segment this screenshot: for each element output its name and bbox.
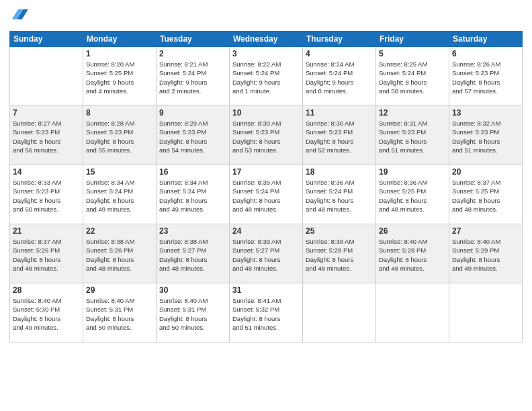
day-header-sunday: Sunday xyxy=(10,32,83,47)
day-header-friday: Friday xyxy=(376,32,449,47)
day-info: Sunrise: 8:29 AM Sunset: 5:23 PM Dayligh… xyxy=(159,119,226,154)
calendar-cell: 31Sunrise: 8:41 AM Sunset: 5:32 PM Dayli… xyxy=(230,283,303,342)
calendar-cell: 1Sunrise: 8:20 AM Sunset: 5:25 PM Daylig… xyxy=(83,47,157,106)
calendar-cell: 27Sunrise: 8:40 AM Sunset: 5:29 PM Dayli… xyxy=(449,224,523,283)
day-info: Sunrise: 8:25 AM Sunset: 5:24 PM Dayligh… xyxy=(379,60,446,95)
day-number: 27 xyxy=(452,226,519,236)
calendar-cell xyxy=(10,47,83,106)
day-info: Sunrise: 8:27 AM Sunset: 5:23 PM Dayligh… xyxy=(13,119,80,154)
day-info: Sunrise: 8:20 AM Sunset: 5:25 PM Dayligh… xyxy=(86,60,153,95)
day-number: 25 xyxy=(306,226,373,236)
day-info: Sunrise: 8:26 AM Sunset: 5:23 PM Dayligh… xyxy=(452,60,519,95)
day-number: 10 xyxy=(232,108,300,118)
day-number: 31 xyxy=(232,285,300,295)
calendar-cell: 17Sunrise: 8:35 AM Sunset: 5:24 PM Dayli… xyxy=(230,165,303,224)
day-header-monday: Monday xyxy=(83,32,157,47)
week-row-1: 7Sunrise: 8:27 AM Sunset: 5:23 PM Daylig… xyxy=(10,106,523,165)
calendar-cell xyxy=(376,283,449,342)
calendar-cell: 21Sunrise: 8:37 AM Sunset: 5:26 PM Dayli… xyxy=(10,224,83,283)
day-number: 2 xyxy=(159,49,226,58)
calendar-cell: 4Sunrise: 8:24 AM Sunset: 5:24 PM Daylig… xyxy=(303,47,376,106)
day-number: 13 xyxy=(452,108,519,118)
calendar-cell: 8Sunrise: 8:28 AM Sunset: 5:23 PM Daylig… xyxy=(83,106,157,165)
week-row-4: 28Sunrise: 8:40 AM Sunset: 5:30 PM Dayli… xyxy=(10,283,523,342)
day-info: Sunrise: 8:40 AM Sunset: 5:31 PM Dayligh… xyxy=(86,296,153,332)
day-number: 7 xyxy=(13,108,80,118)
calendar-cell: 10Sunrise: 8:30 AM Sunset: 5:23 PM Dayli… xyxy=(230,106,303,165)
day-info: Sunrise: 8:31 AM Sunset: 5:23 PM Dayligh… xyxy=(379,119,446,154)
calendar-cell: 24Sunrise: 8:39 AM Sunset: 5:27 PM Dayli… xyxy=(230,224,303,283)
day-info: Sunrise: 8:34 AM Sunset: 5:24 PM Dayligh… xyxy=(86,178,153,214)
calendar-cell xyxy=(449,283,523,342)
calendar-cell xyxy=(303,283,376,342)
day-number: 17 xyxy=(232,167,300,177)
logo-icon xyxy=(9,7,28,26)
day-number: 6 xyxy=(452,49,519,58)
day-info: Sunrise: 8:35 AM Sunset: 5:24 PM Dayligh… xyxy=(232,178,300,214)
calendar-cell: 15Sunrise: 8:34 AM Sunset: 5:24 PM Dayli… xyxy=(83,165,157,224)
day-info: Sunrise: 8:34 AM Sunset: 5:24 PM Dayligh… xyxy=(159,178,226,214)
day-number: 22 xyxy=(86,226,153,236)
day-info: Sunrise: 8:40 AM Sunset: 5:28 PM Dayligh… xyxy=(379,237,446,273)
day-info: Sunrise: 8:21 AM Sunset: 5:24 PM Dayligh… xyxy=(159,60,226,95)
day-header-wednesday: Wednesday xyxy=(230,32,303,47)
day-info: Sunrise: 8:37 AM Sunset: 5:26 PM Dayligh… xyxy=(13,237,80,273)
day-number: 3 xyxy=(232,49,300,58)
day-number: 24 xyxy=(232,226,300,236)
day-number: 11 xyxy=(306,108,373,118)
day-number: 30 xyxy=(159,285,226,295)
calendar-cell: 26Sunrise: 8:40 AM Sunset: 5:28 PM Dayli… xyxy=(376,224,449,283)
day-number: 5 xyxy=(379,49,446,58)
day-number: 12 xyxy=(379,108,446,118)
calendar-cell: 20Sunrise: 8:37 AM Sunset: 5:25 PM Dayli… xyxy=(449,165,523,224)
day-info: Sunrise: 8:38 AM Sunset: 5:27 PM Dayligh… xyxy=(159,237,226,273)
day-number: 29 xyxy=(86,285,153,295)
day-info: Sunrise: 8:40 AM Sunset: 5:30 PM Dayligh… xyxy=(13,296,80,332)
page: SundayMondayTuesdayWednesdayThursdayFrid… xyxy=(0,0,532,411)
header xyxy=(9,7,523,26)
day-number: 15 xyxy=(86,167,153,177)
day-number: 23 xyxy=(159,226,226,236)
day-info: Sunrise: 8:22 AM Sunset: 5:24 PM Dayligh… xyxy=(232,60,300,95)
day-number: 28 xyxy=(13,285,80,295)
day-info: Sunrise: 8:28 AM Sunset: 5:23 PM Dayligh… xyxy=(86,119,153,154)
calendar-cell: 14Sunrise: 8:33 AM Sunset: 5:23 PM Dayli… xyxy=(10,165,83,224)
day-info: Sunrise: 8:24 AM Sunset: 5:24 PM Dayligh… xyxy=(306,60,373,95)
day-number: 19 xyxy=(379,167,446,177)
day-info: Sunrise: 8:39 AM Sunset: 5:27 PM Dayligh… xyxy=(232,237,300,273)
day-number: 16 xyxy=(159,167,226,177)
day-info: Sunrise: 8:30 AM Sunset: 5:23 PM Dayligh… xyxy=(232,119,300,154)
calendar-cell: 30Sunrise: 8:40 AM Sunset: 5:31 PM Dayli… xyxy=(157,283,230,342)
day-number: 4 xyxy=(306,49,373,58)
calendar-cell: 5Sunrise: 8:25 AM Sunset: 5:24 PM Daylig… xyxy=(376,47,449,106)
day-number: 20 xyxy=(452,167,519,177)
day-header-saturday: Saturday xyxy=(449,32,523,47)
day-info: Sunrise: 8:33 AM Sunset: 5:23 PM Dayligh… xyxy=(13,178,80,214)
week-row-2: 14Sunrise: 8:33 AM Sunset: 5:23 PM Dayli… xyxy=(10,165,523,224)
day-number: 9 xyxy=(159,108,226,118)
day-number: 26 xyxy=(379,226,446,236)
calendar-cell: 7Sunrise: 8:27 AM Sunset: 5:23 PM Daylig… xyxy=(10,106,83,165)
day-info: Sunrise: 8:36 AM Sunset: 5:25 PM Dayligh… xyxy=(379,178,446,214)
calendar-cell: 6Sunrise: 8:26 AM Sunset: 5:23 PM Daylig… xyxy=(449,47,523,106)
day-number: 8 xyxy=(86,108,153,118)
calendar-cell: 11Sunrise: 8:30 AM Sunset: 5:23 PM Dayli… xyxy=(303,106,376,165)
calendar-cell: 22Sunrise: 8:38 AM Sunset: 5:26 PM Dayli… xyxy=(83,224,157,283)
calendar-cell: 25Sunrise: 8:39 AM Sunset: 5:28 PM Dayli… xyxy=(303,224,376,283)
calendar-cell: 19Sunrise: 8:36 AM Sunset: 5:25 PM Dayli… xyxy=(376,165,449,224)
day-info: Sunrise: 8:32 AM Sunset: 5:23 PM Dayligh… xyxy=(452,119,519,154)
days-header-row: SundayMondayTuesdayWednesdayThursdayFrid… xyxy=(10,32,523,47)
calendar-cell: 18Sunrise: 8:36 AM Sunset: 5:24 PM Dayli… xyxy=(303,165,376,224)
week-row-0: 1Sunrise: 8:20 AM Sunset: 5:25 PM Daylig… xyxy=(10,47,523,106)
calendar-cell: 29Sunrise: 8:40 AM Sunset: 5:31 PM Dayli… xyxy=(83,283,157,342)
calendar-cell: 28Sunrise: 8:40 AM Sunset: 5:30 PM Dayli… xyxy=(10,283,83,342)
day-info: Sunrise: 8:36 AM Sunset: 5:24 PM Dayligh… xyxy=(306,178,373,214)
day-info: Sunrise: 8:41 AM Sunset: 5:32 PM Dayligh… xyxy=(232,296,300,332)
calendar-cell: 23Sunrise: 8:38 AM Sunset: 5:27 PM Dayli… xyxy=(157,224,230,283)
calendar-cell: 12Sunrise: 8:31 AM Sunset: 5:23 PM Dayli… xyxy=(376,106,449,165)
week-row-3: 21Sunrise: 8:37 AM Sunset: 5:26 PM Dayli… xyxy=(10,224,523,283)
day-info: Sunrise: 8:38 AM Sunset: 5:26 PM Dayligh… xyxy=(86,237,153,273)
day-info: Sunrise: 8:30 AM Sunset: 5:23 PM Dayligh… xyxy=(306,119,373,154)
day-number: 21 xyxy=(13,226,80,236)
calendar-cell: 9Sunrise: 8:29 AM Sunset: 5:23 PM Daylig… xyxy=(157,106,230,165)
